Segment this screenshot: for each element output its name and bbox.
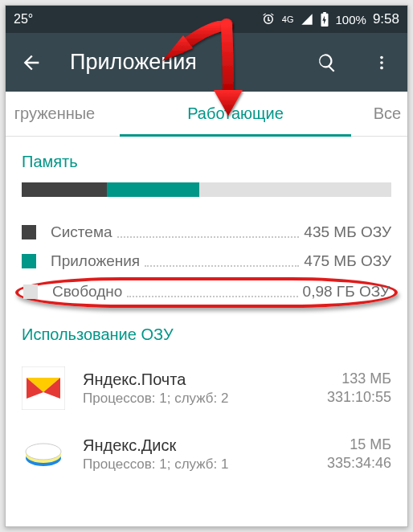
- memory-row-free: Свободно 0,98 ГБ ОЗУ: [15, 277, 398, 308]
- status-temperature: 25°: [14, 12, 33, 27]
- status-battery-percent: 100%: [336, 13, 366, 27]
- memory-label: Свободно: [52, 283, 122, 301]
- status-network-type: 4G: [282, 15, 294, 24]
- alarm-icon: [261, 12, 276, 27]
- svg-point-1: [380, 61, 383, 64]
- app-icon-yandex-mail: [22, 366, 65, 410]
- tab-bar: груженные Работающие Все: [6, 92, 407, 137]
- app-icon-yandex-disk: [22, 432, 65, 476]
- app-ram: 133 МБ: [327, 370, 391, 387]
- memory-bar-apps: [107, 182, 199, 197]
- search-icon: [317, 52, 337, 73]
- memory-bar-system: [22, 182, 107, 197]
- signal-icon: [301, 13, 313, 26]
- memory-bar: [22, 182, 391, 197]
- memory-row-system: Система 435 МБ ОЗУ: [22, 218, 391, 247]
- memory-section-title: Память: [22, 137, 391, 182]
- app-uptime: 335:34:46: [327, 455, 391, 472]
- svg-point-0: [380, 55, 383, 59]
- content-area: Память Система 435 МБ ОЗУ Приложения 475…: [6, 137, 407, 487]
- app-name: Яндекс.Почта: [83, 370, 327, 389]
- status-clock: 9:58: [373, 11, 399, 27]
- app-subtitle: Процессов: 1; служб: 1: [83, 456, 327, 473]
- tab-downloaded[interactable]: груженные: [6, 92, 112, 136]
- memory-row-apps: Приложения 475 МБ ОЗУ: [22, 247, 391, 276]
- app-name: Яндекс.Диск: [83, 436, 327, 455]
- more-vert-icon: [373, 54, 391, 72]
- back-button[interactable]: [15, 47, 47, 79]
- app-bar: Приложения: [6, 33, 407, 92]
- app-subtitle: Процессов: 1; служб: 2: [83, 391, 327, 407]
- svg-point-6: [26, 444, 61, 460]
- ram-usage-section-title: Использование ОЗУ: [22, 309, 391, 355]
- app-uptime: 331:10:55: [327, 389, 391, 406]
- running-apps-list: Яндекс.Почта Процессов: 1; служб: 2 133 …: [22, 355, 391, 487]
- tab-running[interactable]: Работающие: [112, 92, 359, 136]
- memory-value: 435 МБ ОЗУ: [304, 223, 391, 241]
- battery-charging-icon: [320, 12, 329, 27]
- page-title: Приложения: [70, 50, 288, 75]
- swatch-apps: [22, 254, 36, 268]
- swatch-system: [22, 225, 36, 239]
- svg-point-2: [380, 66, 383, 69]
- list-item[interactable]: Яндекс.Почта Процессов: 1; служб: 2 133 …: [22, 355, 391, 421]
- phone-frame: 25° 4G 100% 9:58 Приложения: [5, 5, 408, 527]
- status-bar: 25° 4G 100% 9:58: [6, 6, 407, 33]
- list-item[interactable]: Яндекс.Диск Процессов: 1; служб: 1 15 МБ…: [22, 421, 391, 487]
- app-ram: 15 МБ: [327, 436, 391, 453]
- tab-all[interactable]: Все: [359, 92, 407, 136]
- swatch-free: [23, 284, 38, 299]
- memory-value: 475 МБ ОЗУ: [304, 252, 391, 270]
- arrow-back-icon: [20, 51, 43, 74]
- overflow-menu-button[interactable]: [366, 47, 398, 79]
- memory-value: 0,98 ГБ ОЗУ: [303, 283, 390, 301]
- memory-label: Система: [51, 223, 112, 241]
- search-button[interactable]: [311, 47, 343, 79]
- memory-label: Приложения: [51, 252, 140, 270]
